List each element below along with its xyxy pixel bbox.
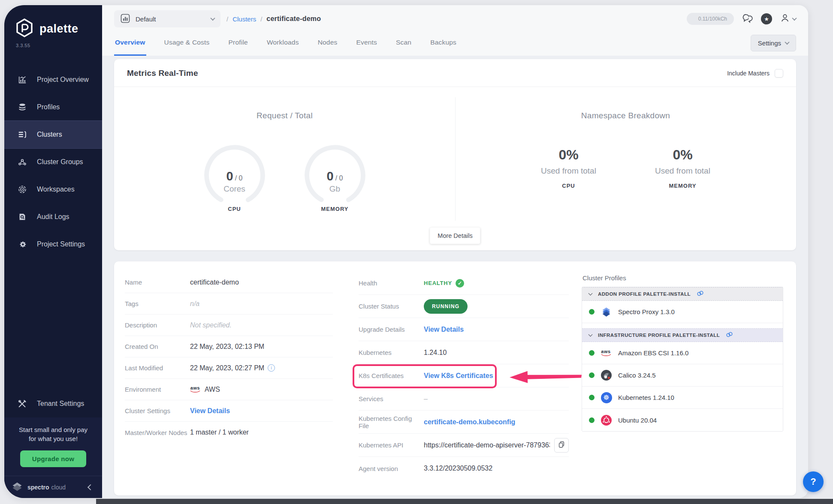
copy-button[interactable] — [554, 438, 569, 453]
app-window: palette 3.3.55 Project Overview — [4, 5, 808, 498]
chevron-down-icon — [785, 40, 789, 45]
detail-value: n/a — [190, 300, 199, 308]
view-k8s-certificates-link[interactable]: View K8s Certificates — [424, 372, 493, 380]
sidebar-item-tenant-settings[interactable]: Tenant Settings — [4, 390, 102, 417]
stat-caption: Used from total — [651, 166, 715, 176]
include-masters-label: Include Masters — [727, 70, 770, 77]
detail-value: 1 master / 1 worker — [190, 429, 249, 436]
project-selector[interactable]: Default — [114, 10, 220, 27]
profile-item-calico[interactable]: Calico 3.24.5 — [582, 364, 783, 387]
sidebar-item-workspaces[interactable]: Workspaces — [4, 176, 102, 203]
addon-profile-section-header[interactable]: ADDON PROFILE PALETTE-INSTALL — [582, 287, 783, 301]
sidebar-item-audit-logs[interactable]: Audit Logs — [4, 203, 102, 231]
chevron-down-icon — [792, 16, 797, 21]
detail-label: Name — [125, 279, 190, 286]
more-details-button[interactable]: More Details — [430, 228, 480, 244]
detail-row-cluster-status: Cluster Status RUNNING — [359, 295, 569, 318]
star-badge[interactable]: ★ — [761, 13, 772, 24]
help-button[interactable]: ? — [803, 471, 824, 492]
upgrade-view-details-link[interactable]: View Details — [424, 326, 464, 333]
main-area: Default / Clusters / certificate-demo 0.… — [102, 5, 808, 498]
metrics-chart-icon — [120, 13, 130, 25]
breadcrumb-clusters-link[interactable]: Clusters — [232, 15, 256, 23]
include-masters-checkbox[interactable] — [775, 69, 783, 78]
sidebar-item-label: Audit Logs — [37, 213, 69, 221]
link-icon[interactable] — [726, 331, 733, 339]
tab-events[interactable]: Events — [355, 30, 378, 56]
profile-item-ubuntu[interactable]: Ubuntu 20.04 — [582, 409, 783, 431]
tabs-row: Overview Usage & Costs Profile Workloads… — [102, 30, 808, 56]
upgrade-now-button[interactable]: Upgrade now — [20, 450, 86, 467]
chevron-down-icon[interactable] — [589, 333, 593, 337]
settings-button[interactable]: Settings — [751, 35, 796, 51]
collapse-sidebar-icon[interactable] — [88, 484, 94, 490]
detail-label: Description — [125, 321, 190, 329]
sidebar-item-project-overview[interactable]: Project Overview — [4, 66, 102, 93]
detail-label: Agent version — [359, 465, 424, 472]
aws-icon: aws — [601, 347, 612, 359]
settings-button-label: Settings — [758, 39, 781, 47]
footer-brand-suffix: cloud — [51, 484, 66, 491]
namespace-title: Namespace Breakdown — [455, 111, 796, 120]
cluster-settings-view-details-link[interactable]: View Details — [190, 407, 230, 415]
gauge-total: / 0 — [335, 174, 343, 182]
gear-icon — [17, 239, 27, 249]
infrastructure-profile-section-header[interactable]: INFRASTRUCTURE PROFILE PALETTE-INSTALL — [582, 328, 783, 342]
environment-value: AWS — [205, 386, 220, 393]
chat-button[interactable] — [742, 12, 753, 25]
profile-item-name: Amazon EBS CSI 1.16.0 — [618, 349, 688, 357]
audit-log-icon — [17, 212, 27, 222]
aws-wordmark: aws — [601, 349, 610, 354]
detail-row-kubernetes-api: Kubernetes API https://certificate-demo-… — [359, 434, 569, 457]
kubeconfig-download-link[interactable]: certificate-demo.kubeconfig — [424, 418, 515, 426]
tab-workloads[interactable]: Workloads — [266, 30, 300, 56]
promo-line2: for what you use! — [9, 434, 97, 444]
gauge-unit: Cores — [201, 184, 268, 194]
detail-value: 1.24.10 — [424, 349, 447, 357]
info-icon[interactable]: i — [268, 364, 275, 372]
tab-backups[interactable]: Backups — [429, 30, 457, 56]
sidebar-footer: spectro cloud — [4, 476, 102, 498]
cpu-stat: 0% Used from total CPU — [537, 147, 601, 189]
last-modified-value: 22 May, 2023, 02:27 PM — [190, 364, 264, 372]
sidebar-item-project-settings[interactable]: Project Settings — [4, 231, 102, 258]
content: Metrics Real-Time Include Masters Reques… — [102, 56, 808, 498]
detail-value: 22 May, 2023, 02:13 PM — [190, 343, 264, 351]
detail-row-health: Health HEALTHY ✓ — [359, 272, 569, 295]
network-nodes-icon — [17, 157, 27, 167]
gauge-value: 0 — [226, 169, 233, 183]
detail-value: Not specified. — [190, 321, 232, 329]
status-dot — [589, 372, 595, 378]
request-total-panel: Request / Total 0/ 0 Cores — [114, 87, 455, 251]
profile-item-amazon-ebs-csi[interactable]: aws Amazon EBS CSI 1.16.0 — [582, 342, 783, 364]
profile-item-spectro-proxy[interactable]: Spectro Proxy 1.3.0 — [582, 301, 783, 323]
chevron-down-icon[interactable] — [589, 291, 593, 296]
link-icon[interactable] — [697, 290, 704, 298]
tools-icon — [17, 399, 27, 409]
tab-usage-costs[interactable]: Usage & Costs — [163, 30, 211, 56]
sidebar-item-clusters[interactable]: Clusters — [4, 121, 102, 148]
ubuntu-icon — [601, 414, 612, 426]
detail-row-k8s-certificates: K8s Certificates View K8s Certificates — [359, 364, 569, 387]
sidebar-item-cluster-groups[interactable]: Cluster Groups — [4, 148, 102, 176]
detail-label: Environment — [125, 386, 190, 393]
sidebar-nav: Project Overview Profiles — [4, 66, 102, 258]
gauge-total: / 0 — [235, 174, 243, 182]
tab-nodes[interactable]: Nodes — [317, 30, 338, 56]
profile-item-kubernetes[interactable]: ☸ Kubernetes 1.24.10 — [582, 387, 783, 409]
detail-value: 3.3.12/20230509.0532 — [424, 465, 492, 472]
gauge-center: 0/ 0 Gb — [302, 169, 368, 194]
detail-row-last-modified: Last Modified 22 May, 2023, 02:27 PM i — [125, 357, 333, 379]
tab-profile[interactable]: Profile — [228, 30, 249, 56]
detail-value: aws AWS — [190, 386, 220, 393]
breadcrumb: / Clusters / certificate-demo — [226, 15, 321, 23]
sidebar-item-profiles[interactable]: Profiles — [4, 93, 102, 121]
tab-overview[interactable]: Overview — [114, 30, 146, 56]
user-menu[interactable] — [780, 13, 796, 25]
running-status-badge: RUNNING — [424, 299, 468, 314]
gauge-center: 0/ 0 Cores — [201, 169, 268, 194]
gauge-label: MEMORY — [302, 206, 368, 212]
detail-row-agent-version: Agent version 3.3.12/20230509.0532 — [359, 457, 569, 480]
tab-scan[interactable]: Scan — [395, 30, 412, 56]
sidebar-item-label: Profiles — [37, 103, 60, 111]
